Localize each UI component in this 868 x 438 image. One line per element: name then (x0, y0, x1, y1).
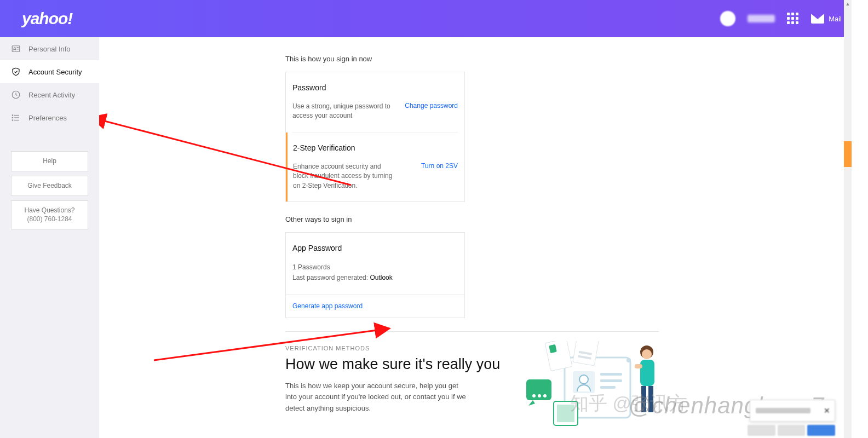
svg-point-21 (538, 394, 541, 397)
generate-app-password-link[interactable]: Generate app password (286, 294, 464, 318)
password-desc: Use a strong, unique password to access … (292, 102, 396, 121)
svg-rect-33 (635, 364, 642, 368)
sidebar-item-personal-info[interactable]: Personal Info (0, 37, 99, 60)
app-password-card: App Password 1 Passwords Last password g… (285, 232, 465, 318)
mail-icon (811, 14, 824, 24)
svg-rect-25 (545, 341, 572, 371)
avatar[interactable] (720, 11, 735, 26)
change-password-link[interactable]: Change password (405, 102, 458, 110)
svg-rect-17 (600, 379, 622, 382)
svg-point-31 (642, 349, 652, 359)
sidebar-item-label: Account Security (28, 68, 82, 76)
sidebar-item-label: Preferences (28, 114, 67, 122)
list-icon (11, 113, 21, 123)
two-step-title: 2-Step Verification (293, 143, 458, 152)
apps-grid-icon[interactable] (787, 13, 799, 25)
id-card-icon (11, 44, 21, 54)
clock-icon (11, 90, 21, 100)
svg-point-8 (12, 115, 13, 116)
svg-point-10 (12, 120, 13, 121)
questions-button[interactable]: Have Questions? (800) 760-1284 (11, 200, 88, 230)
section-heading-other: Other ways to sign in (285, 215, 852, 223)
svg-rect-18 (600, 386, 616, 389)
section-divider (285, 331, 659, 332)
close-icon[interactable]: ✕ (824, 406, 830, 415)
vertical-scrollbar[interactable]: ▲ (835, 0, 852, 438)
svg-point-15 (579, 375, 588, 384)
app-password-title: App Password (292, 244, 458, 252)
app-header: yahoo! Mail (0, 0, 852, 37)
phone-label: (800) 760-1284 (14, 215, 85, 224)
shield-check-icon (11, 67, 21, 77)
sidebar-item-recent-activity[interactable]: Recent Activity (0, 83, 99, 106)
svg-rect-0 (12, 46, 20, 52)
turn-on-2sv-link[interactable]: Turn on 2SV (421, 162, 458, 170)
feedback-button[interactable]: Give Feedback (11, 176, 88, 196)
verification-body: This is how we keep your account secure,… (285, 381, 472, 413)
password-title: Password (292, 83, 458, 92)
signin-card: Password Use a strong, unique password t… (285, 72, 465, 202)
section-heading-signin: This is how you sign in now (285, 55, 852, 63)
svg-point-13 (626, 358, 631, 362)
help-button[interactable]: Help (11, 151, 88, 171)
two-step-desc: Enhance account security and block fraud… (293, 162, 397, 191)
scroll-up-icon[interactable]: ▲ (844, 0, 852, 8)
scrollbar-thumb[interactable] (844, 141, 852, 167)
app-password-count: 1 Passwords (292, 262, 458, 273)
sidebar-item-security[interactable]: Account Security (0, 60, 99, 83)
sidebar-item-label: Personal Info (28, 45, 71, 53)
sidebar-item-label: Recent Activity (28, 91, 75, 99)
username-blurred (748, 15, 775, 22)
svg-rect-32 (640, 360, 654, 386)
svg-point-22 (543, 394, 547, 397)
svg-point-20 (532, 394, 536, 397)
svg-rect-16 (600, 373, 622, 376)
verification-illustration (504, 341, 663, 434)
main-content: This is how you sign in now Password Use… (99, 37, 852, 438)
svg-point-1 (14, 48, 15, 49)
bottom-toolbar (748, 425, 835, 436)
sidebar: Personal Info Account Security Recent Ac… (0, 37, 99, 438)
questions-label: Have Questions? (24, 206, 74, 214)
bottom-popup[interactable]: ✕ (750, 400, 835, 422)
sidebar-item-preferences[interactable]: Preferences (0, 106, 99, 129)
svg-point-9 (12, 117, 13, 118)
yahoo-logo[interactable]: yahoo! (22, 9, 72, 28)
app-password-last: Last password generated: Outlook (292, 273, 458, 283)
